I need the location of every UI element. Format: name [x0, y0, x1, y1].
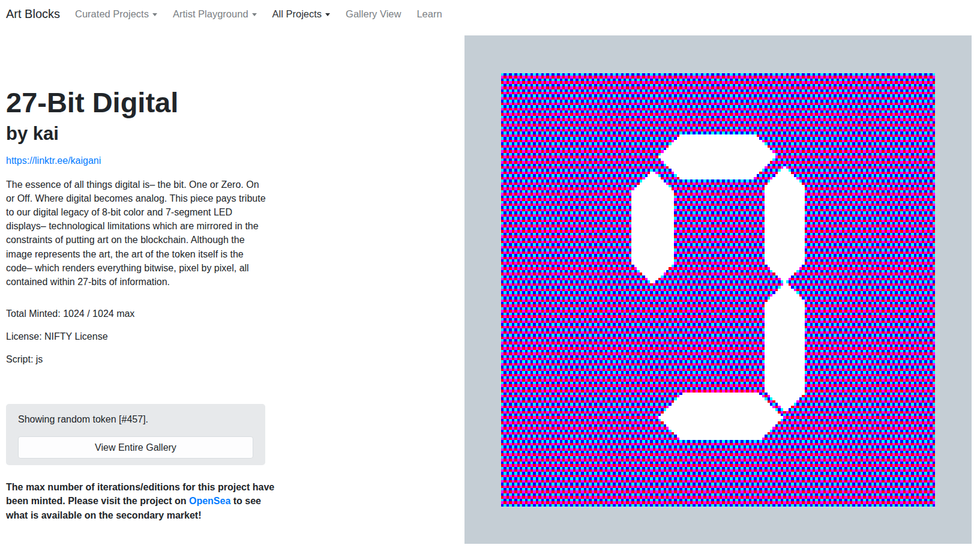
- nav-item-artist-playground[interactable]: Artist Playground: [165, 8, 265, 20]
- token-card: Showing random token [#457]. View Entire…: [6, 404, 265, 465]
- token-message: Showing random token [#457].: [18, 412, 253, 427]
- stat-total-minted: Total Minted: 1024 / 1024 max: [6, 308, 270, 320]
- nav-item-label: Artist Playground: [173, 8, 248, 19]
- stat-license: License: NIFTY License: [6, 331, 270, 343]
- project-byline: by kai: [6, 122, 270, 145]
- chevron-down-icon: [325, 13, 330, 16]
- artist-website-link[interactable]: https://linktr.ee/kaigani: [6, 155, 101, 166]
- nav-item-learn[interactable]: Learn: [409, 8, 449, 20]
- page-title: 27-Bit Digital: [6, 86, 270, 119]
- nav-item-label: Curated Projects: [75, 8, 149, 19]
- nav-item-all-projects[interactable]: All Projects: [265, 8, 338, 20]
- view-gallery-button[interactable]: View Entire Gallery: [18, 436, 253, 459]
- artist-website-row: https://linktr.ee/kaigani: [6, 154, 270, 168]
- stat-script: Script: js: [6, 354, 270, 366]
- nav-items: Curated Projects Artist Playground All P…: [67, 8, 450, 20]
- project-info-column: 27-Bit Digital by kai https://linktr.ee/…: [6, 35, 270, 522]
- brand-link[interactable]: Art Blocks: [6, 7, 60, 21]
- chevron-down-icon: [152, 13, 157, 16]
- nav-item-curated-projects[interactable]: Curated Projects: [67, 8, 165, 20]
- page: Art Blocks Curated Projects Artist Playg…: [0, 0, 980, 557]
- minted-notice: The max number of iterations/editions fo…: [6, 480, 276, 522]
- project-description: The essence of all things digital is– th…: [6, 178, 267, 289]
- nav-item-gallery-view[interactable]: Gallery View: [338, 8, 409, 20]
- chevron-down-icon: [252, 13, 257, 16]
- nav-item-label: All Projects: [272, 8, 322, 19]
- navbar: Art Blocks Curated Projects Artist Playg…: [0, 0, 980, 28]
- token-artwork: [501, 73, 935, 507]
- opensea-link[interactable]: OpenSea: [189, 496, 230, 506]
- artwork-panel: [464, 35, 972, 544]
